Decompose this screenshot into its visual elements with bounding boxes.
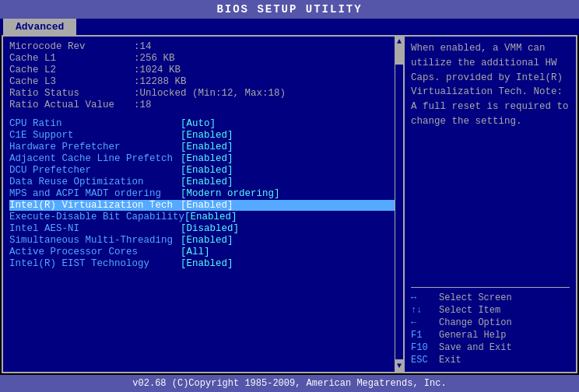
menu-item-label: C1E Support	[9, 130, 181, 141]
menu-row[interactable]: Intel AES-NI[Disabled]	[9, 223, 398, 234]
scroll-up-icon[interactable]: ▲	[397, 37, 402, 47]
scroll-down-icon[interactable]: ▼	[397, 361, 402, 372]
menu-item-value: [Enabled]	[181, 177, 233, 187]
ratio-actual-row: Ratio Actual Value :18	[9, 100, 398, 110]
ratio-actual-label: Ratio Actual Value	[9, 100, 134, 110]
key-help-row: ↑↓Select Item	[411, 305, 570, 316]
menu-item-label: Data Reuse Optimization	[9, 177, 181, 187]
menu-row[interactable]: CPU Ratin[Auto]	[9, 118, 398, 129]
scrollbar[interactable]: ▲ ▼	[395, 37, 404, 372]
scrollbar-track[interactable]	[395, 49, 403, 359]
microcode-rev-label: Microcode Rev	[9, 41, 134, 52]
menu-item-value: [Enabled]	[181, 130, 233, 141]
right-panel: When enabled, a VMM can utilize the addi…	[405, 37, 576, 372]
menu-item-label: Hardware Prefetcher	[9, 142, 181, 152]
ratio-status-row: Ratio Status :Unlocked (Min:12, Max:18)	[9, 88, 398, 99]
menu-item-value: [Enabled]	[181, 153, 233, 164]
key-description: Change Option	[439, 317, 512, 328]
key-symbol: F10	[411, 342, 439, 353]
menu-item-value: [Auto]	[181, 118, 216, 129]
tab-row: Advanced	[0, 19, 579, 35]
key-help-row: F10Save and Exit	[411, 342, 570, 353]
title-bar: BIOS SETUP UTILITY	[0, 0, 579, 19]
main-content: Microcode Rev :14 Cache L1 :256 KB Cache…	[2, 35, 577, 373]
key-help-row: F1General Help	[411, 330, 570, 341]
menu-row[interactable]: C1E Support[Enabled]	[9, 130, 398, 141]
key-description: Select Item	[439, 305, 500, 316]
title-text: BIOS SETUP UTILITY	[216, 3, 362, 16]
menu-item-value: [Enabled]	[181, 165, 233, 176]
menu-item-label: Execute-Disable Bit Capability	[9, 212, 184, 222]
cache-l3-label: Cache L3	[9, 76, 134, 87]
key-symbol: F1	[411, 330, 439, 341]
cache-l2-label: Cache L2	[9, 65, 134, 75]
menu-item-value: [Enabled]	[181, 235, 233, 246]
key-description: General Help	[439, 330, 506, 341]
menu-item-value: [Enabled]	[184, 212, 237, 222]
menu-item-value: [Enabled]	[181, 258, 233, 269]
cache-l1-value: :256 KB	[134, 53, 175, 64]
scrollbar-thumb[interactable]	[395, 49, 403, 65]
tab-advanced[interactable]: Advanced	[3, 19, 76, 35]
menu-row[interactable]: Data Reuse Optimization[Enabled]	[9, 177, 398, 187]
key-help-row: ↔Select Screen	[411, 292, 570, 303]
cache-l2-row: Cache L2 :1024 KB	[9, 65, 398, 75]
menu-row[interactable]: MPS and ACPI MADT ordering[Modern orderi…	[9, 188, 398, 199]
ratio-status-value: :Unlocked (Min:12, Max:18)	[134, 88, 286, 99]
key-description: Exit	[439, 355, 461, 366]
menu-item-value: [Modern ordering]	[181, 188, 280, 199]
ratio-actual-value: :18	[134, 100, 152, 110]
cache-l3-value: :12288 KB	[134, 76, 187, 87]
menu-row[interactable]: Adjacent Cache Line Prefetch[Enabled]	[9, 153, 398, 164]
menu-item-value: [Enabled]	[181, 200, 233, 211]
key-symbol: ↑↓	[411, 305, 439, 316]
key-help-section: ↔Select Screen↑↓Select Item←Change Optio…	[411, 287, 570, 367]
menu-section: CPU Ratin[Auto]C1E Support[Enabled]Hardw…	[9, 118, 398, 269]
cache-l2-value: :1024 KB	[134, 65, 181, 75]
microcode-rev-row: Microcode Rev :14	[9, 41, 398, 52]
key-description: Save and Exit	[439, 342, 512, 353]
menu-item-label: Intel(R) EIST Technology	[9, 258, 181, 269]
key-symbol: ←	[411, 317, 439, 328]
key-help-row: ESCExit	[411, 355, 570, 366]
ratio-status-label: Ratio Status	[9, 88, 134, 99]
key-help-row: ←Change Option	[411, 317, 570, 328]
menu-item-label: Simultaneous Multi-Threading	[9, 235, 181, 246]
key-symbol: ESC	[411, 355, 439, 366]
menu-row[interactable]: Intel(R) Virtualization Tech[Enabled]	[9, 200, 398, 211]
menu-item-label: Adjacent Cache Line Prefetch	[9, 153, 181, 164]
menu-item-label: CPU Ratin	[9, 118, 181, 129]
menu-item-label: Intel(R) Virtualization Tech	[9, 200, 181, 211]
cache-l1-label: Cache L1	[9, 53, 134, 64]
info-section: Microcode Rev :14 Cache L1 :256 KB Cache…	[9, 41, 398, 110]
menu-item-value: [Disabled]	[181, 223, 239, 234]
cache-l1-row: Cache L1 :256 KB	[9, 53, 398, 64]
menu-row[interactable]: Simultaneous Multi-Threading[Enabled]	[9, 235, 398, 246]
menu-row[interactable]: DCU Prefetcher[Enabled]	[9, 165, 398, 176]
key-description: Select Screen	[439, 292, 512, 303]
key-symbol: ↔	[411, 292, 439, 303]
menu-row[interactable]: Hardware Prefetcher[Enabled]	[9, 142, 398, 152]
bios-setup-utility: BIOS SETUP UTILITY Advanced Microcode Re…	[0, 0, 579, 392]
left-panel: Microcode Rev :14 Cache L1 :256 KB Cache…	[3, 37, 405, 372]
menu-item-label: Intel AES-NI	[9, 223, 181, 234]
menu-row[interactable]: Intel(R) EIST Technology[Enabled]	[9, 258, 398, 269]
status-bar: v02.68 (C)Copyright 1985-2009, American …	[0, 375, 579, 392]
menu-item-label: Active Processor Cores	[9, 247, 181, 257]
menu-item-label: DCU Prefetcher	[9, 165, 181, 176]
cache-l3-row: Cache L3 :12288 KB	[9, 76, 398, 87]
microcode-rev-value: :14	[134, 41, 152, 52]
menu-item-label: MPS and ACPI MADT ordering	[9, 188, 181, 199]
help-text: When enabled, a VMM can utilize the addi…	[411, 41, 570, 281]
menu-row[interactable]: Active Processor Cores[All]	[9, 247, 398, 257]
menu-row[interactable]: Execute-Disable Bit Capability[Enabled]	[9, 212, 398, 222]
menu-item-value: [Enabled]	[181, 142, 233, 152]
menu-item-value: [All]	[181, 247, 210, 257]
